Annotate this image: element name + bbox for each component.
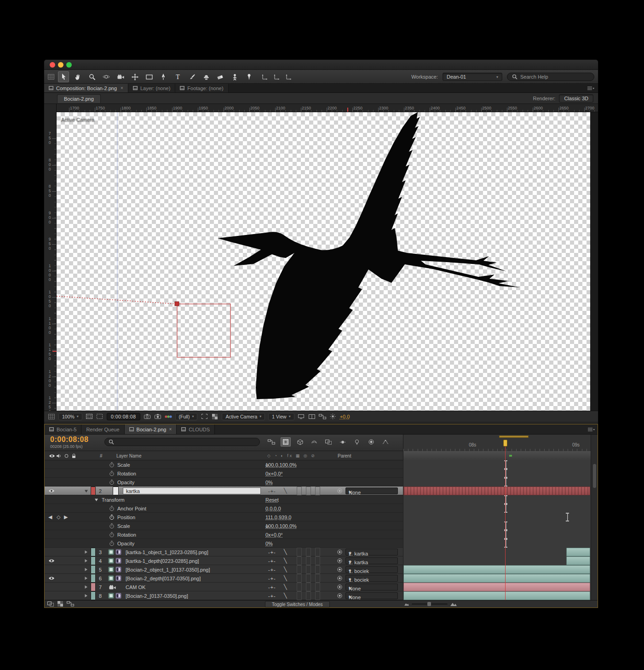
property-label[interactable]: Opacity xyxy=(117,539,134,548)
quality-switch-icon[interactable]: ╲ xyxy=(284,591,288,600)
switch-box[interactable] xyxy=(315,591,320,600)
layer-name[interactable]: [Bocian-2_[0137-0350].png] xyxy=(126,591,188,600)
group-row-transform[interactable]: TransformReset xyxy=(45,495,598,504)
quality-switch-icon[interactable]: ╲ xyxy=(284,556,288,565)
layer-name[interactable]: [Bocian-2_depth[0137-0350].png] xyxy=(126,574,201,583)
switch-box[interactable] xyxy=(315,487,320,495)
zoom-out-icon[interactable] xyxy=(404,602,409,606)
graph-header-band[interactable] xyxy=(403,451,591,460)
collapse-switch-icon[interactable]: -+- xyxy=(268,556,276,565)
property-value[interactable]: 0x+0,0° xyxy=(265,469,283,478)
property-label[interactable]: Scale xyxy=(117,521,130,530)
close-window-button[interactable] xyxy=(50,62,55,68)
switch-box[interactable] xyxy=(306,565,311,574)
panel-tab-footage-none-[interactable]: Footage: (none) xyxy=(175,84,228,92)
stopwatch-icon[interactable] xyxy=(109,530,115,539)
switch-box[interactable] xyxy=(297,556,302,565)
timeline-graph-cell[interactable] xyxy=(403,530,591,539)
switch-box[interactable] xyxy=(306,548,311,556)
layer-row-5[interactable]: 5[Bocian-2_object_1_[0137-0350].png]-+-╲… xyxy=(45,565,598,574)
titlebar[interactable] xyxy=(44,60,598,70)
layer-duration-bar[interactable] xyxy=(403,583,590,591)
parent-select[interactable]: None▾ xyxy=(345,584,398,590)
layer-label-chip[interactable] xyxy=(91,591,96,600)
quality-switch-icon[interactable]: ╲ xyxy=(284,548,288,556)
composition-canvas[interactable]: Active Camera xyxy=(57,112,590,411)
layer-duration-bar[interactable] xyxy=(403,591,590,600)
region-of-interest-icon[interactable] xyxy=(201,414,208,419)
twirl-closed-icon[interactable] xyxy=(84,574,88,583)
switch-box[interactable] xyxy=(315,574,320,583)
collapse-switch-icon[interactable]: -+- xyxy=(268,565,276,574)
time-ruler[interactable]: 08s09s xyxy=(403,435,591,451)
timeline-graph-cell[interactable] xyxy=(403,469,591,478)
frame-blending-button[interactable] xyxy=(323,437,334,447)
layer-visibility-toggle[interactable] xyxy=(48,487,55,495)
collapse-switch-icon[interactable]: -+- xyxy=(268,548,276,556)
stopwatch-icon[interactable] xyxy=(109,469,115,478)
keyframe-handle[interactable] xyxy=(175,302,179,306)
layer-duration-bar[interactable] xyxy=(403,487,590,495)
hand-tool-button[interactable] xyxy=(72,71,83,82)
next-keyframe-button[interactable]: ▶ xyxy=(64,513,68,521)
keyframe-marker[interactable] xyxy=(566,513,569,521)
switch-box[interactable] xyxy=(297,565,302,574)
parent-select[interactable]: None▾ xyxy=(345,487,398,494)
property-value[interactable]: 0,0,0,0 xyxy=(265,504,281,513)
always-preview-icon[interactable] xyxy=(48,414,55,419)
switch-box[interactable] xyxy=(315,583,320,591)
timeline-tab-clouds[interactable]: CLOUDS xyxy=(177,424,215,434)
brainstorm-button[interactable] xyxy=(352,437,362,447)
pan-behind-tool-button[interactable] xyxy=(129,71,140,82)
parent-select[interactable]: None▾ xyxy=(345,592,398,599)
timeline-graph-cell[interactable] xyxy=(403,504,591,513)
type-tool-button[interactable]: T xyxy=(172,71,183,82)
timeline-graph-cell[interactable] xyxy=(403,583,591,591)
graph-editor-button[interactable] xyxy=(380,437,391,447)
property-label[interactable]: Rotation xyxy=(117,469,136,478)
toggle-switches-modes-button[interactable]: Toggle Switches / Modes xyxy=(265,601,330,607)
layer-visibility-toggle[interactable] xyxy=(48,556,55,565)
add-keyframe-button[interactable]: ◇ xyxy=(57,513,60,521)
help-search-input[interactable]: Search Help xyxy=(507,73,594,81)
zoom-slider-thumb[interactable] xyxy=(427,602,431,606)
expand-transfer-controls-icon[interactable] xyxy=(58,601,63,607)
layer-name[interactable]: [kartka-1_object_1_[0223-0285].png] xyxy=(126,548,208,556)
stopwatch-icon[interactable] xyxy=(109,504,115,513)
property-row-rotation[interactable]: Rotation0x+0,0° xyxy=(45,530,598,539)
parent-pick-whip-icon[interactable] xyxy=(337,487,342,495)
layer-label-chip[interactable] xyxy=(91,556,96,565)
group-label[interactable]: Transform xyxy=(102,495,125,504)
timeline-panel-menu-icon[interactable] xyxy=(587,427,595,432)
twirl-closed-icon[interactable] xyxy=(84,565,88,574)
local-axis-button[interactable] xyxy=(260,73,270,81)
switch-box[interactable] xyxy=(297,591,302,600)
parent-select[interactable]: 2. kartka▾ xyxy=(345,557,398,564)
property-row-position[interactable]: ◀◇▶Position111,0,939,0 xyxy=(45,513,598,521)
minimize-window-button[interactable] xyxy=(58,62,63,68)
timeline-tab-render-queue[interactable]: Render Queue xyxy=(81,424,124,434)
layer-visibility-toggle[interactable] xyxy=(48,574,55,583)
layer-label-chip[interactable] xyxy=(91,548,96,556)
timeline-graph-cell[interactable] xyxy=(403,565,591,574)
switch-box[interactable] xyxy=(315,556,320,565)
transparency-grid-icon[interactable] xyxy=(211,414,218,419)
parent-select[interactable]: 2. kartka▾ xyxy=(345,549,398,555)
property-row-opacity[interactable]: Opacity0% xyxy=(45,478,598,487)
twirl-open-icon[interactable] xyxy=(84,487,88,495)
layer-row-7[interactable]: 7CAM OK-+-╲None▾ xyxy=(45,583,598,591)
layer-row-2[interactable]: 2kartka-+-╲None▾ xyxy=(45,487,598,495)
layer-row-3[interactable]: 3[kartka-1_object_1_[0223-0285].png]-+-╲… xyxy=(45,548,598,556)
property-value[interactable]: 0% xyxy=(265,539,273,548)
quality-switch-icon[interactable]: ╲ xyxy=(284,583,288,591)
layer-row-6[interactable]: 6[Bocian-2_depth[0137-0350].png]-+-╲1. b… xyxy=(45,574,598,583)
brush-tool-button[interactable] xyxy=(186,71,197,82)
eraser-tool-button[interactable] xyxy=(215,71,226,82)
zoom-in-icon[interactable] xyxy=(450,601,457,606)
vertical-ruler[interactable]: 750800850900950100010501100115012001250 xyxy=(44,112,57,411)
collapse-switch-icon[interactable]: -+- xyxy=(268,591,276,600)
vertical-scrollbar[interactable] xyxy=(593,464,596,488)
orbit-camera-tool-button[interactable] xyxy=(101,71,112,82)
composition-mini-flowchart-button[interactable] xyxy=(266,437,276,447)
timeline-graph-cell[interactable] xyxy=(403,556,591,565)
